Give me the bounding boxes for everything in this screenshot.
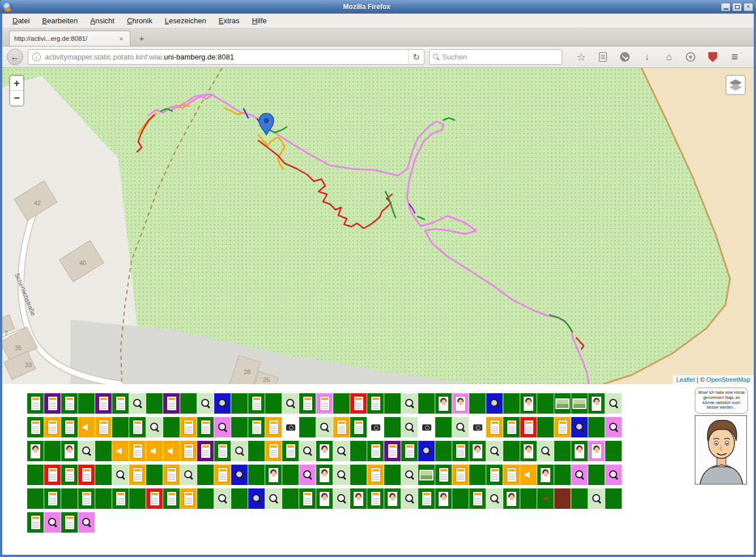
timeline-tile-card-red[interactable] <box>146 488 163 509</box>
timeline-tile-magnifier-pink[interactable] <box>299 465 316 485</box>
timeline-tile-speaker-orange[interactable] <box>112 441 129 461</box>
timeline-tile-card-green[interactable] <box>27 512 44 533</box>
timeline-tile-portrait-green[interactable] <box>316 441 333 461</box>
timeline-tile-card-green[interactable] <box>78 488 95 509</box>
timeline-tile-card-orange[interactable] <box>367 465 384 485</box>
timeline-tile-card-green[interactable] <box>61 417 78 437</box>
timeline-tile-green-blank[interactable] <box>435 441 452 461</box>
timeline-tile-green-blank[interactable] <box>61 488 78 509</box>
timeline-tile-card-green[interactable] <box>27 393 44 414</box>
timeline-tile-card-orange[interactable] <box>180 441 197 461</box>
info-icon[interactable]: i <box>32 53 41 61</box>
timeline-tile-photo[interactable] <box>554 393 571 414</box>
timeline-tile-map-magnifier[interactable] <box>180 465 197 485</box>
timeline-tile-card-green[interactable] <box>112 393 129 414</box>
timeline-tile-map-magnifier[interactable] <box>214 488 231 509</box>
timeline-tile-green-blank[interactable] <box>248 465 265 485</box>
timeline-tile-map-magnifier[interactable] <box>401 417 418 437</box>
timeline-tile-green-blank[interactable] <box>231 488 248 509</box>
new-tab-button[interactable]: + <box>134 32 150 45</box>
timeline-tile-green-blank[interactable] <box>146 393 163 414</box>
reload-button[interactable]: ↻ <box>408 50 424 64</box>
timeline-tile-green-blank[interactable] <box>469 393 486 414</box>
timeline-tile-card-orange[interactable] <box>265 441 282 461</box>
bookmark-star-icon[interactable]: ☆ <box>574 50 589 65</box>
timeline-tile-map-magnifier[interactable] <box>605 393 622 414</box>
timeline-tile-green-blank[interactable] <box>503 441 520 461</box>
timeline-tile-magnifier-blue[interactable] <box>214 393 231 414</box>
timeline-tile-map-magnifier[interactable] <box>78 441 95 461</box>
timeline-tile-portrait-green[interactable] <box>316 465 333 485</box>
timeline-tile-portrait-green[interactable] <box>265 465 282 485</box>
menu-hilfe[interactable]: Hilfe <box>247 15 273 27</box>
timeline-tile-magnifier-pink[interactable] <box>78 512 95 533</box>
timeline-tile-card-purple[interactable] <box>384 441 401 461</box>
timeline-tile-portrait-green[interactable] <box>469 441 486 461</box>
timeline-tile-green-blank[interactable] <box>163 417 180 437</box>
timeline-tile-map-magnifier[interactable] <box>333 465 350 485</box>
timeline-tile-magnifier-blue[interactable] <box>486 393 503 414</box>
timeline-tile-card-orange[interactable] <box>554 417 571 437</box>
timeline-tile-card-orange[interactable] <box>265 417 282 437</box>
timeline-tile-green-blank[interactable] <box>537 417 554 437</box>
timeline-tile-map-magnifier[interactable] <box>112 465 129 485</box>
timeline-tile-green-blank[interactable] <box>95 488 112 509</box>
timeline-tile-card-green[interactable] <box>503 417 520 437</box>
timeline-tile-card-red[interactable] <box>520 417 537 437</box>
timeline-tile-green-blank[interactable] <box>469 465 486 485</box>
osm-link[interactable]: OpenStreetMap <box>706 376 750 383</box>
timeline-tile-magnifier-blue[interactable] <box>571 417 588 437</box>
zoom-in-button[interactable]: + <box>10 76 23 91</box>
timeline-tile-green-blank[interactable] <box>248 441 265 461</box>
timeline-tile-card-green[interactable] <box>248 393 265 414</box>
close-button[interactable]: × <box>744 3 753 11</box>
timeline-tile-card-orange[interactable] <box>129 441 146 461</box>
timeline-tile-portrait-green[interactable] <box>520 441 537 461</box>
timeline-tile-camera-white[interactable] <box>282 417 299 437</box>
timeline-tile-map-magnifier[interactable] <box>282 393 299 414</box>
timeline-tile-card-orange[interactable] <box>44 417 61 437</box>
bookmarks-list-icon[interactable] <box>596 50 610 65</box>
timeline-tile-portrait-green[interactable] <box>588 393 605 414</box>
menu-datei[interactable]: Datei <box>7 15 35 27</box>
timeline-tile-portrait-green[interactable] <box>537 465 554 485</box>
timeline-tile-map-magnifier[interactable] <box>333 488 350 509</box>
timeline-tile-green-blank[interactable] <box>384 393 401 414</box>
timeline-tile-camera-white[interactable] <box>469 417 486 437</box>
timeline-tile-card-red[interactable] <box>350 393 367 414</box>
timeline-tile-green-blank[interactable] <box>197 465 214 485</box>
timeline-tile-green-blank[interactable] <box>605 441 622 461</box>
timeline-tile-photo[interactable] <box>571 393 588 414</box>
timeline-tile-magnifier-pink[interactable] <box>44 512 61 533</box>
timeline-tile-portrait-pink[interactable] <box>588 441 605 461</box>
ublock-shield-icon[interactable] <box>706 50 720 65</box>
download-icon[interactable]: ↓ <box>640 50 655 65</box>
timeline-tile-card-green[interactable] <box>129 417 146 437</box>
timeline-tile-magnifier-pink[interactable] <box>605 465 622 485</box>
tab-activitymapper[interactable]: http://activi...erg.de:8081/ × <box>9 31 130 46</box>
timeline-tile-card-green[interactable] <box>435 465 452 485</box>
timeline-tile-green-blank[interactable] <box>384 417 401 437</box>
timeline-tile-green-blank[interactable] <box>27 488 44 509</box>
timeline-tile-card-green[interactable] <box>112 488 129 509</box>
timeline-tile-portrait-green[interactable] <box>435 488 452 509</box>
timeline-tile-card-green[interactable] <box>282 441 299 461</box>
timeline-tile-map-magnifier[interactable] <box>197 393 214 414</box>
timeline-tile-camera-white[interactable] <box>367 417 384 437</box>
timeline-tile-card-green[interactable] <box>61 393 78 414</box>
timeline-tile-card-green[interactable] <box>44 488 61 509</box>
timeline-tile-green-blank[interactable] <box>95 465 112 485</box>
fingerprint-addon-icon[interactable] <box>683 50 698 65</box>
timeline-tile-card-orange[interactable] <box>95 417 112 437</box>
timeline-tile-card-purple[interactable] <box>197 441 214 461</box>
timeline-tile-green-blank[interactable] <box>333 393 350 414</box>
timeline-tile-card-purple[interactable] <box>95 393 112 414</box>
timeline-tile-portrait-green[interactable] <box>27 441 44 461</box>
timeline-tile-portrait-green[interactable] <box>503 488 520 509</box>
timeline-tile-magnifier-blue[interactable] <box>418 441 435 461</box>
timeline-tile-card-green[interactable] <box>299 488 316 509</box>
timeline-tile-magnifier-pink[interactable] <box>605 417 622 437</box>
timeline-tile-card-red[interactable] <box>78 465 95 485</box>
timeline-tile-map-magnifier[interactable] <box>265 488 282 509</box>
timeline-tile-photo[interactable] <box>418 465 435 485</box>
